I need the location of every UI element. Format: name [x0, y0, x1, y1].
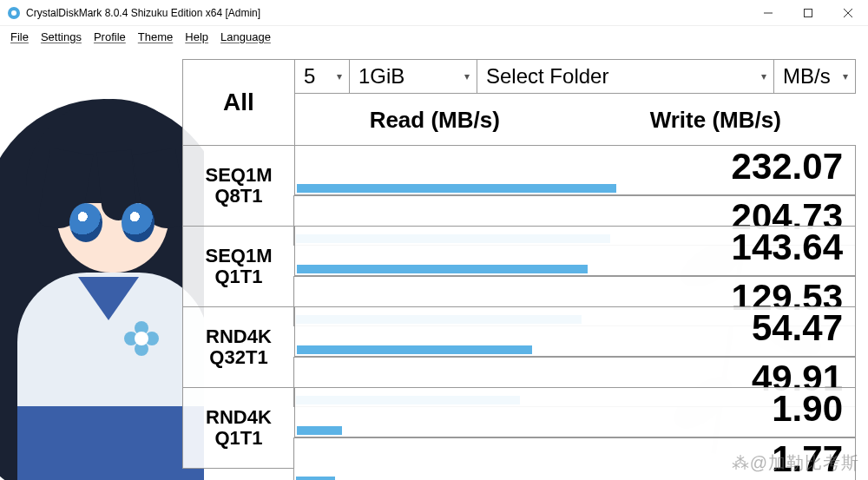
svg-rect-3	[805, 9, 812, 16]
read-header: Read (MB/s)	[294, 94, 575, 146]
titlebar: CrystalDiskMark 8.0.4 Shizuku Edition x6…	[0, 0, 868, 26]
read-bar	[297, 345, 532, 354]
watermark-text: ⁂@加勒比考斯	[732, 451, 859, 475]
read-bar	[297, 426, 342, 435]
chevron-down-icon: ▾	[464, 70, 470, 82]
test-label-line2: Q8T1	[214, 186, 262, 207]
test-button-seq1m-q8t1[interactable]: SEQ1M Q8T1	[182, 145, 295, 227]
content-area: All 5 ▾ 1GiB ▾ Select Folder ▾	[0, 47, 868, 480]
test-label-line1: SEQ1M	[205, 246, 272, 266]
chevron-down-icon: ▾	[761, 70, 766, 82]
test-button-seq1m-q1t1[interactable]: SEQ1M Q1T1	[182, 226, 295, 307]
benchmark-grid: All 5 ▾ 1GiB ▾ Select Folder ▾	[182, 59, 856, 469]
chevron-down-icon: ▾	[843, 70, 848, 82]
unit-value: MB/s	[783, 64, 831, 89]
window-controls	[748, 0, 868, 26]
test-label-line1: SEQ1M	[205, 165, 272, 186]
read-value: 232.07	[732, 146, 843, 187]
maximize-button[interactable]	[788, 0, 828, 26]
read-bar	[297, 265, 588, 273]
write-bar	[296, 477, 335, 480]
test-label-line2: Q32T1	[209, 347, 267, 368]
run-all-label: All	[223, 89, 254, 116]
test-label-line1: RND4K	[206, 407, 272, 428]
run-all-button[interactable]: All	[182, 59, 295, 146]
test-label-line2: Q1T1	[214, 428, 262, 449]
count-select[interactable]: 5 ▾	[294, 59, 350, 94]
size-value: 1GiB	[358, 64, 404, 89]
read-value: 1.90	[772, 388, 843, 430]
read-value-cell: 143.64	[294, 226, 856, 276]
test-button-rnd4k-q1t1[interactable]: RND4K Q1T1	[182, 387, 295, 469]
read-value-cell: 54.47	[294, 306, 856, 357]
read-value: 143.64	[732, 227, 843, 268]
test-label-line1: RND4K	[206, 326, 272, 347]
menu-theme[interactable]: Theme	[133, 29, 178, 45]
unit-select[interactable]: MB/s ▾	[773, 59, 856, 94]
read-value-cell: 1.90	[294, 387, 856, 437]
size-select[interactable]: 1GiB ▾	[349, 59, 477, 94]
read-bar	[297, 184, 616, 193]
close-button[interactable]	[828, 0, 868, 26]
read-value-cell: 232.07	[294, 145, 856, 195]
test-label-line2: Q1T1	[214, 266, 262, 287]
minimize-button[interactable]	[748, 0, 788, 26]
menu-file[interactable]: File	[5, 29, 34, 45]
menubar: File Settings Profile Theme Help Languag…	[0, 26, 868, 47]
menu-settings[interactable]: Settings	[36, 29, 87, 45]
write-header: Write (MB/s)	[575, 94, 857, 146]
test-button-rnd4k-q32t1[interactable]: RND4K Q32T1	[182, 306, 295, 388]
count-value: 5	[304, 64, 315, 89]
app-icon	[7, 6, 21, 20]
window-title: CrystalDiskMark 8.0.4 Shizuku Edition x6…	[26, 7, 748, 19]
shizuku-character-image	[0, 47, 204, 480]
folder-select[interactable]: Select Folder ▾	[477, 59, 774, 94]
menu-profile[interactable]: Profile	[89, 29, 131, 45]
chevron-down-icon: ▾	[337, 70, 342, 82]
menu-help[interactable]: Help	[180, 29, 214, 45]
menu-language[interactable]: Language	[215, 29, 276, 45]
folder-value: Select Folder	[486, 64, 608, 89]
read-value: 54.47	[752, 307, 843, 349]
svg-point-1	[11, 10, 16, 16]
paw-icon: ⁂	[732, 453, 750, 472]
